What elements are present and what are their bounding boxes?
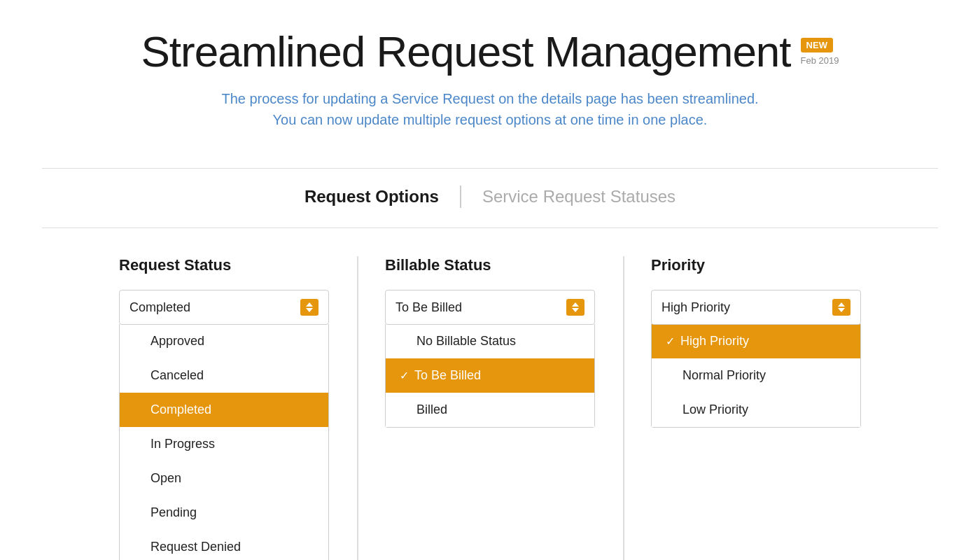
list-item-selected[interactable]: ✓ To Be Billed <box>386 358 594 393</box>
page-wrapper: Streamlined Request Management NEW Feb 2… <box>0 0 980 560</box>
option-label: Low Priority <box>682 402 748 417</box>
arrow-down-icon <box>572 308 579 312</box>
option-label: High Priority <box>680 334 749 349</box>
priority-value: High Priority <box>662 300 730 315</box>
list-item[interactable]: Approved <box>120 324 328 358</box>
list-item[interactable]: Open <box>120 461 328 496</box>
list-item[interactable]: Normal Priority <box>652 358 860 393</box>
option-label: To Be Billed <box>414 368 481 383</box>
title-meta: NEW Feb 2019 <box>801 28 839 66</box>
billable-status-header: Billable Status <box>385 256 595 274</box>
arrow-up-icon <box>306 302 313 307</box>
option-label: In Progress <box>150 437 215 451</box>
priority-select[interactable]: High Priority <box>651 290 861 325</box>
list-item[interactable]: Low Priority <box>652 393 860 427</box>
list-item-selected[interactable]: ✓ High Priority <box>652 324 860 358</box>
arrow-down-icon <box>838 308 845 312</box>
checkmark-icon: ✓ <box>400 369 409 382</box>
request-status-spinner[interactable] <box>300 299 318 316</box>
column-request-status: Request Status Completed Approved Cancel… <box>91 256 357 560</box>
option-label: Completed <box>150 402 211 417</box>
priority-dropdown: ✓ High Priority Normal Priority Low Prio… <box>651 324 861 428</box>
top-divider <box>42 168 938 169</box>
tab-request-options[interactable]: Request Options <box>284 187 460 206</box>
option-label: Billed <box>416 402 447 417</box>
list-item[interactable]: Billed <box>386 393 594 427</box>
request-status-value: Completed <box>130 300 190 315</box>
list-item[interactable]: Request Denied <box>120 530 328 560</box>
request-status-dropdown: Approved Canceled Completed In Progress … <box>119 324 329 560</box>
list-item[interactable]: Pending <box>120 496 328 530</box>
option-label: Normal Priority <box>682 368 766 383</box>
tabs-row: Request Options Service Request Statuses <box>284 186 696 208</box>
request-status-header: Request Status <box>119 256 329 274</box>
header-section: Streamlined Request Management NEW Feb 2… <box>42 28 938 130</box>
arrow-down-icon <box>306 308 313 312</box>
option-label: No Billable Status <box>416 334 516 349</box>
option-label: Canceled <box>150 368 204 383</box>
page-title: Streamlined Request Management <box>141 28 790 76</box>
option-label: Approved <box>150 334 204 349</box>
date-label: Feb 2019 <box>801 55 839 66</box>
title-row: Streamlined Request Management NEW Feb 2… <box>42 28 938 76</box>
bottom-divider <box>42 227 938 228</box>
option-label: Open <box>150 471 181 486</box>
billable-status-select[interactable]: To Be Billed <box>385 290 595 325</box>
new-badge: NEW <box>801 38 833 52</box>
tab-service-request-statuses[interactable]: Service Request Statuses <box>461 187 696 206</box>
list-item[interactable]: Canceled <box>120 358 328 393</box>
column-priority: Priority High Priority ✓ High Priority N… <box>623 256 889 560</box>
request-status-select[interactable]: Completed <box>119 290 329 325</box>
columns-section: Request Status Completed Approved Cancel… <box>42 256 938 560</box>
option-label: Request Denied <box>150 540 241 554</box>
checkmark-icon: ✓ <box>666 335 675 348</box>
arrow-up-icon <box>838 302 845 307</box>
subtitle: The process for updating a Service Reque… <box>217 88 763 130</box>
column-billable-status: Billable Status To Be Billed No Billable… <box>357 256 623 560</box>
priority-header: Priority <box>651 256 861 274</box>
billable-status-dropdown: No Billable Status ✓ To Be Billed Billed <box>385 324 595 428</box>
billable-status-value: To Be Billed <box>396 300 462 315</box>
arrow-up-icon <box>572 302 579 307</box>
billable-status-spinner[interactable] <box>566 299 584 316</box>
priority-spinner[interactable] <box>832 299 850 316</box>
option-label: Pending <box>150 505 197 520</box>
list-item[interactable]: No Billable Status <box>386 324 594 358</box>
list-item[interactable]: In Progress <box>120 427 328 461</box>
list-item-selected[interactable]: Completed <box>120 393 328 427</box>
